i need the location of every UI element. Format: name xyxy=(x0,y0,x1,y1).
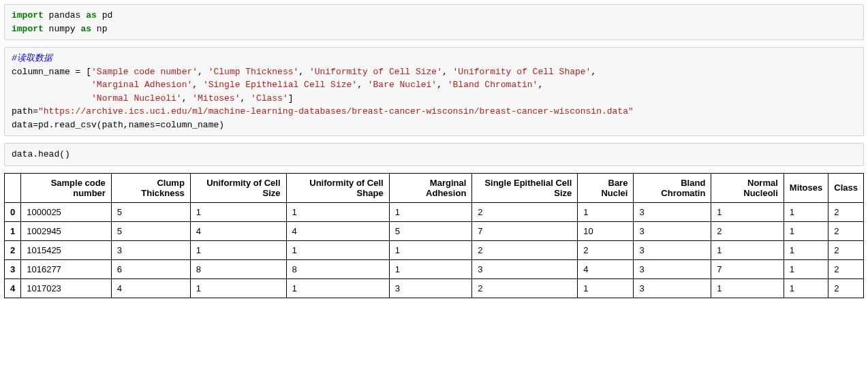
index-header xyxy=(5,173,21,202)
cell: 1 xyxy=(389,259,472,278)
cell: 7 xyxy=(472,221,578,240)
col-header: Single Epithelial Cell Size xyxy=(472,173,578,202)
table-header-row: Sample code number Clump Thickness Unifo… xyxy=(5,173,864,202)
cell: 2 xyxy=(828,278,864,298)
code-text: data.head() xyxy=(12,149,70,159)
code-string: 'Single Epithelial Cell Size' xyxy=(203,80,357,90)
col-header: Marginal Adhesion xyxy=(389,173,472,202)
cell: 1 xyxy=(784,259,828,278)
keyword-as: as xyxy=(80,24,91,34)
code-string: 'Bare Nuclei' xyxy=(368,80,437,90)
code-text: , xyxy=(192,80,203,90)
table-row: 3 1016277 6 8 8 1 3 4 3 7 1 2 xyxy=(5,259,864,278)
row-index: 3 xyxy=(5,259,21,278)
cell: 2 xyxy=(472,278,578,298)
code-string: 'Uniformity of Cell Size' xyxy=(309,67,442,77)
cell: 1 xyxy=(389,240,472,259)
cell: 2 xyxy=(578,240,634,259)
cell: 3 xyxy=(389,278,472,298)
cell: 1 xyxy=(286,240,389,259)
keyword-import: import xyxy=(12,24,44,34)
code-cell-1: import pandas as pd import numpy as np xyxy=(4,4,864,40)
col-header: Clump Thickness xyxy=(111,173,190,202)
cell: 2 xyxy=(711,221,784,240)
cell: 3 xyxy=(634,221,711,240)
col-header: Bare Nuclei xyxy=(578,173,634,202)
cell: 6 xyxy=(111,259,190,278)
cell: 1 xyxy=(784,240,828,259)
row-index: 4 xyxy=(5,278,21,298)
code-text: , xyxy=(538,80,543,90)
keyword-import: import xyxy=(12,10,44,20)
cell: 1 xyxy=(578,278,634,298)
cell: 2 xyxy=(828,259,864,278)
cell: 1 xyxy=(286,202,389,221)
cell: 1002945 xyxy=(21,221,112,240)
code-string: 'Mitoses' xyxy=(192,93,240,104)
col-header: Uniformity of Cell Shape xyxy=(286,173,389,202)
code-text: data=pd.read_csv(path,names=column_name) xyxy=(12,120,224,130)
table-head: Sample code number Clump Thickness Unifo… xyxy=(5,173,864,202)
cell: 2 xyxy=(472,240,578,259)
cell: 1016277 xyxy=(21,259,112,278)
col-header: Uniformity of Cell Size xyxy=(190,173,286,202)
cell: 3 xyxy=(111,240,190,259)
code-text: column_name = [ xyxy=(12,67,91,77)
table-row: 0 1000025 5 1 1 1 2 1 3 1 1 2 xyxy=(5,202,864,221)
dataframe-output: Sample code number Clump Thickness Unifo… xyxy=(4,173,864,298)
cell: 3 xyxy=(634,202,711,221)
cell: 2 xyxy=(828,240,864,259)
cell: 5 xyxy=(389,221,472,240)
cell: 1 xyxy=(389,202,472,221)
cell: 4 xyxy=(286,221,389,240)
cell: 1 xyxy=(190,278,286,298)
row-index: 0 xyxy=(5,202,21,221)
code-text: np xyxy=(91,24,107,34)
code-text xyxy=(12,93,91,104)
code-string: 'Normal Nucleoli' xyxy=(91,93,182,104)
code-text: numpy xyxy=(44,24,81,34)
code-string: 'Clump Thickness' xyxy=(208,67,299,77)
cell: 10 xyxy=(578,221,634,240)
code-text: , xyxy=(591,67,596,77)
row-index: 1 xyxy=(5,221,21,240)
cell: 2 xyxy=(472,202,578,221)
table-row: 2 1015425 3 1 1 1 2 2 3 1 1 2 xyxy=(5,240,864,259)
code-text: , xyxy=(298,67,309,77)
cell: 1 xyxy=(711,240,784,259)
cell: 1015425 xyxy=(21,240,112,259)
code-string: 'Bland Chromatin' xyxy=(448,80,538,90)
code-text: , xyxy=(198,67,208,77)
code-cell-3: data.head() xyxy=(4,143,864,166)
code-text: ] xyxy=(288,93,294,104)
code-text: pandas xyxy=(44,10,86,20)
cell: 4 xyxy=(578,259,634,278)
cell: 2 xyxy=(828,221,864,240)
cell: 8 xyxy=(286,259,389,278)
cell: 2 xyxy=(828,202,864,221)
cell: 7 xyxy=(711,259,784,278)
code-text: pd xyxy=(97,10,112,20)
code-text: , xyxy=(182,93,193,104)
code-text xyxy=(12,80,91,90)
col-header: Mitoses xyxy=(784,173,828,202)
code-text: , xyxy=(357,80,368,90)
cell: 1 xyxy=(784,221,828,240)
code-text: path= xyxy=(12,106,38,116)
cell: 1 xyxy=(190,202,286,221)
col-header: Sample code number xyxy=(21,173,112,202)
col-header: Normal Nucleoli xyxy=(711,173,784,202)
cell: 5 xyxy=(111,221,190,240)
table-body: 0 1000025 5 1 1 1 2 1 3 1 1 2 1 1002945 … xyxy=(5,202,864,298)
table-row: 4 1017023 4 1 1 3 2 1 3 1 1 2 xyxy=(5,278,864,298)
col-header: Class xyxy=(828,173,864,202)
code-string: 'Uniformity of Cell Shape' xyxy=(453,67,591,77)
cell: 1 xyxy=(784,278,828,298)
code-string: 'Class' xyxy=(251,93,288,104)
cell: 3 xyxy=(634,240,711,259)
keyword-as: as xyxy=(86,10,97,20)
cell: 5 xyxy=(111,202,190,221)
cell: 1 xyxy=(711,202,784,221)
code-string: 'Sample code number' xyxy=(91,67,198,77)
cell: 1 xyxy=(578,202,634,221)
